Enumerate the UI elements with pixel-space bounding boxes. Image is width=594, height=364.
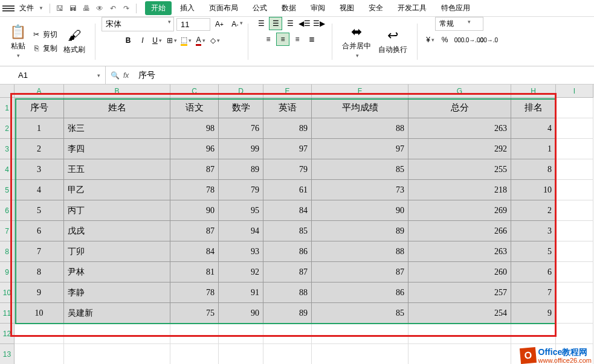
cell[interactable] xyxy=(556,221,593,241)
cell[interactable]: 5 xyxy=(15,200,64,221)
cell[interactable] xyxy=(64,344,170,364)
cell[interactable]: 85 xyxy=(263,221,312,241)
cell[interactable]: 6 xyxy=(511,262,556,283)
row-header[interactable]: 8 xyxy=(0,241,15,262)
tab-devtools[interactable]: 开发工具 xyxy=(392,1,433,15)
align-center-button[interactable]: ≡ xyxy=(276,33,289,46)
row-header[interactable]: 4 xyxy=(0,159,15,180)
cell[interactable]: 9 xyxy=(511,303,556,324)
cell[interactable]: 3 xyxy=(511,221,556,241)
cell[interactable] xyxy=(556,139,593,159)
cell[interactable]: 263 xyxy=(408,118,511,139)
cell[interactable]: 78 xyxy=(170,283,219,303)
cell[interactable] xyxy=(408,324,511,344)
save-icon[interactable]: 🖫 xyxy=(54,2,66,14)
merge-center-button[interactable]: ⬌ 合并居中▾ xyxy=(338,22,375,61)
cell[interactable]: 89 xyxy=(263,303,312,324)
cell[interactable] xyxy=(219,344,263,364)
redo-icon[interactable]: ↷ xyxy=(120,2,132,14)
cell[interactable]: 李静 xyxy=(64,283,170,303)
grid[interactable]: 序号姓名语文数学英语平均成绩总分排名1张三9876898826342李四9699… xyxy=(15,98,593,364)
row-header[interactable]: 12 xyxy=(0,324,15,344)
cell[interactable]: 88 xyxy=(312,118,408,139)
cell[interactable]: 戊戌 xyxy=(64,221,170,241)
wrap-text-button[interactable]: ↩ 自动换行 xyxy=(375,25,411,57)
cell[interactable]: 92 xyxy=(219,262,263,283)
cell[interactable]: 5 xyxy=(511,241,556,262)
cell[interactable]: 7 xyxy=(15,241,64,262)
cell[interactable]: 87 xyxy=(312,262,408,283)
cell[interactable] xyxy=(556,262,593,283)
tab-data[interactable]: 数据 xyxy=(276,1,302,15)
row-header[interactable]: 10 xyxy=(0,283,15,303)
cell[interactable]: 94 xyxy=(219,221,263,241)
cell[interactable] xyxy=(556,200,593,221)
cell[interactable]: 95 xyxy=(219,200,263,221)
cell[interactable]: 10 xyxy=(15,303,64,324)
cell[interactable]: 王五 xyxy=(64,159,170,180)
print-preview-icon[interactable]: 👁 xyxy=(94,2,106,14)
font-size-select[interactable]: 11▾ xyxy=(176,18,210,31)
align-top-button[interactable]: ☰ xyxy=(254,17,268,30)
cell[interactable]: 90 xyxy=(219,303,263,324)
cell[interactable]: 吴建新 xyxy=(64,303,170,324)
cell[interactable]: 263 xyxy=(408,241,511,262)
cell[interactable]: 96 xyxy=(170,139,219,159)
tab-insert[interactable]: 插入 xyxy=(174,1,201,15)
cell[interactable]: 98 xyxy=(170,118,219,139)
cell[interactable]: 84 xyxy=(170,241,219,262)
cell[interactable]: 李四 xyxy=(64,139,170,159)
print-icon[interactable]: 🖶 xyxy=(80,2,92,14)
cell[interactable]: 3 xyxy=(15,159,64,180)
cell[interactable]: 86 xyxy=(312,283,408,303)
column-header[interactable]: B xyxy=(64,85,170,98)
cell[interactable] xyxy=(15,324,64,344)
cell[interactable]: 4 xyxy=(15,180,64,200)
cell[interactable]: 88 xyxy=(312,241,408,262)
cell[interactable]: 79 xyxy=(263,159,312,180)
column-header[interactable]: A xyxy=(15,85,64,98)
row-header[interactable]: 9 xyxy=(0,262,15,283)
row-header[interactable]: 13 xyxy=(0,344,15,364)
cell[interactable]: 6 xyxy=(15,221,64,241)
cell[interactable]: 89 xyxy=(263,118,312,139)
cell[interactable] xyxy=(556,159,593,180)
clear-format-button[interactable]: ◇▾ xyxy=(208,34,222,47)
hamburger-icon[interactable] xyxy=(2,5,15,11)
column-header[interactable]: C xyxy=(170,85,219,98)
cell[interactable] xyxy=(556,98,593,118)
select-all-corner[interactable] xyxy=(0,85,15,98)
cell[interactable]: 218 xyxy=(408,180,511,200)
cell[interactable]: 8 xyxy=(15,262,64,283)
tab-special[interactable]: 特色应用 xyxy=(435,1,476,15)
tab-formula[interactable]: 公式 xyxy=(247,1,273,15)
cell[interactable]: 254 xyxy=(408,303,511,324)
cell[interactable] xyxy=(556,303,593,324)
cell[interactable] xyxy=(219,324,263,344)
cell[interactable]: 数学 xyxy=(219,98,263,118)
cell[interactable]: 255 xyxy=(408,159,511,180)
cell[interactable]: 87 xyxy=(263,262,312,283)
align-middle-button[interactable]: ☰ xyxy=(269,17,282,30)
chevron-down-icon[interactable]: ▾ xyxy=(97,72,100,78)
font-color-button[interactable]: A▾ xyxy=(194,34,207,47)
fill-color-button[interactable]: ⬚▾ xyxy=(179,34,193,47)
undo-icon[interactable]: ↶ xyxy=(107,2,119,14)
cell[interactable]: 张三 xyxy=(64,118,170,139)
cell[interactable]: 89 xyxy=(219,159,263,180)
cell[interactable] xyxy=(263,344,312,364)
cell[interactable]: 257 xyxy=(408,283,511,303)
cell[interactable] xyxy=(511,324,556,344)
justify-button[interactable]: ≣ xyxy=(305,33,318,46)
paste-button[interactable]: 📋 粘贴▾ xyxy=(6,22,30,61)
cell[interactable]: 89 xyxy=(312,221,408,241)
cell[interactable]: 78 xyxy=(170,180,219,200)
column-header[interactable]: I xyxy=(556,85,593,98)
cell[interactable]: 292 xyxy=(408,139,511,159)
cell[interactable] xyxy=(15,344,64,364)
decrease-decimal-button[interactable]: .00→.0 xyxy=(482,33,495,46)
cell[interactable]: 87 xyxy=(170,221,219,241)
cell[interactable]: 4 xyxy=(511,118,556,139)
cell[interactable]: 丁卯 xyxy=(64,241,170,262)
align-right-button[interactable]: ≡ xyxy=(291,33,304,46)
